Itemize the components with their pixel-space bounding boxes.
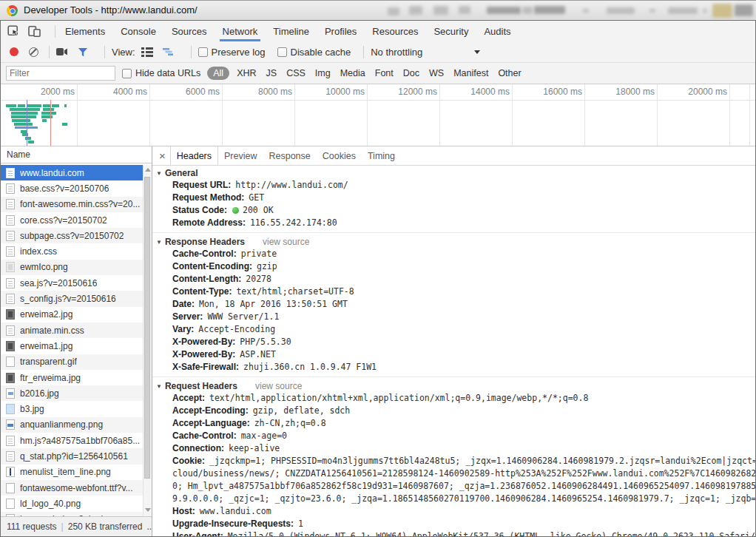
details-tab[interactable]: Cookies [317,146,362,165]
redacted-area [735,4,753,16]
request-row[interactable]: subpage.css?v=20150702 [1,228,152,243]
clear-icon[interactable] [29,47,38,57]
devtools-tab[interactable]: Resources [369,21,421,41]
devtools-tab[interactable]: Console [118,21,159,41]
request-row[interactable]: s_config.js?v=20150616 [1,291,152,306]
header-line: X-Powered-By:ASP.NET [152,348,755,361]
request-row[interactable]: fontawesome-webfont.ttf?v... [1,480,152,496]
resource-type-filter[interactable]: Media [340,68,365,78]
filter-input[interactable] [6,66,115,81]
overview-gridline [149,84,150,146]
waterfall-bar [64,104,67,107]
waterfall-bar [50,100,51,146]
request-row[interactable]: index.css [1,243,152,259]
request-row[interactable]: core.css?v=20150702 [1,212,152,228]
resource-type-filter[interactable]: Font [375,68,394,78]
request-headers-section-title[interactable]: ▼ Request Headers view source [152,380,755,392]
request-row[interactable]: menulist_item_line.png [1,465,152,480]
request-row[interactable]: anquanlianmeng.png [1,417,152,433]
devtools-tab[interactable]: Elements [62,21,108,41]
resource-type-filter[interactable]: WS [429,68,444,78]
screenshot-camera-icon[interactable] [56,47,68,56]
request-row[interactable]: sea.js?v=20150616 [1,275,152,291]
request-row[interactable]: ftr_erweima.jpg [1,370,152,385]
view-source-link[interactable]: view source [255,381,302,391]
request-row[interactable]: ewmIco.png [1,260,152,275]
scroll-up-arrow[interactable] [145,168,151,172]
details-tab[interactable]: Timing [362,146,401,165]
scrollbar-thumb[interactable] [144,177,150,479]
request-row[interactable]: b3.jpg [1,401,152,416]
resource-type-filter[interactable]: Img [315,68,331,78]
resource-type-filter[interactable]: All [207,67,229,80]
request-row[interactable]: b2016.jpg [1,385,152,401]
header-line: Content-Length:20278 [152,273,755,286]
request-name: animate.min.css [20,325,84,336]
response-headers-section-title[interactable]: ▼ Response Headers view source [152,236,755,248]
preserve-log-checkbox[interactable] [198,47,208,57]
record-button[interactable] [10,47,18,56]
details-tab[interactable]: Preview [218,146,263,165]
header-line: Accept-Encoding:gzip, deflate, sdch [152,405,755,417]
resource-type-filter[interactable]: Manifest [453,68,488,78]
view-label: View: [112,47,135,58]
request-name: www.landui.com [20,168,84,178]
list-scrollbar[interactable] [143,165,152,516]
filter-funnel-icon[interactable] [78,47,88,57]
devtools-tab[interactable]: Security [431,21,471,41]
resource-type-filter[interactable]: Other [498,68,521,78]
redacted-area [668,7,698,14]
redacted-area [703,9,707,13]
hide-data-urls-checkbox[interactable] [122,69,132,78]
overview-time-label: 18000 ms [607,87,655,97]
scroll-down-arrow[interactable] [145,508,151,512]
request-row[interactable]: font-awesome.min.css?v=20... [1,197,152,212]
devtools-tab[interactable]: Profiles [322,21,360,41]
resource-type-filter[interactable]: JS [266,68,277,78]
name-column-header[interactable]: Name [1,146,152,163]
throttling-select[interactable]: No throttling [371,47,480,58]
view-source-link[interactable]: view source [263,237,309,247]
separator [55,25,55,38]
details-tab[interactable]: Headers [170,146,218,165]
request-row[interactable]: www.landui.com [1,165,152,180]
close-details-button[interactable]: × [159,150,166,161]
resource-type-filter[interactable]: XHR [237,68,256,78]
request-name: subpage.css?v=20150702 [20,231,124,241]
request-name: sea.js?v=20150616 [20,278,97,288]
devtools-tab[interactable]: Timeline [270,21,312,41]
request-row[interactable]: hm.js?a487575a1bbf706a85... [1,433,152,448]
waterfall-view-icon[interactable] [163,47,175,56]
resource-type-filter[interactable]: CSS [286,68,306,78]
request-row[interactable]: erweima2.jpg [1,307,152,322]
network-overview[interactable]: 2000 ms4000 ms6000 ms8000 ms10000 ms1200… [1,84,755,146]
request-row[interactable]: q_stat.php?id=1256410561 [1,448,152,464]
request-row[interactable]: transparent.gif [1,354,152,370]
header-line: cloud/business/news/; CNZZDATA1256410561… [152,467,755,480]
request-row[interactable]: animate.min.css [1,322,152,338]
general-section-title[interactable]: ▼ General [152,167,755,179]
request-row[interactable]: erweima1.jpg [1,338,152,354]
redacted-area [487,7,521,14]
devtools-tab[interactable]: Sources [169,21,210,41]
request-row[interactable]: banner_index_3_bg.jpg [1,512,152,516]
resource-type-filter[interactable]: Doc [403,68,419,78]
request-row[interactable]: ld_logo_40.png [1,496,152,511]
devtools-tab[interactable]: Audits [481,21,513,41]
header-line: User-Agent:Mozilla/5.0 (Windows NT 6.1; … [152,530,755,536]
details-tab[interactable]: Response [263,146,316,165]
overview-gridline [367,84,368,146]
devtools-tab[interactable]: Network [220,21,261,41]
list-view-icon[interactable] [141,47,153,57]
inspect-element-icon[interactable] [7,24,20,38]
section-divider [152,376,755,377]
toggle-device-toolbar-icon[interactable] [27,24,41,38]
disable-cache-label: Disable cache [291,47,351,58]
request-row[interactable]: base.css?v=20150706 [1,180,152,196]
redacted-area [388,7,399,16]
file-icon [6,404,15,414]
disable-cache-checkbox[interactable] [277,47,287,57]
network-toolbar: View: Preserve log Disable cache No thro… [1,41,755,62]
request-name: transparent.gif [20,357,77,367]
filter-bar: Hide data URLs AllXHRJSCSSImgMediaFontDo… [1,62,755,84]
